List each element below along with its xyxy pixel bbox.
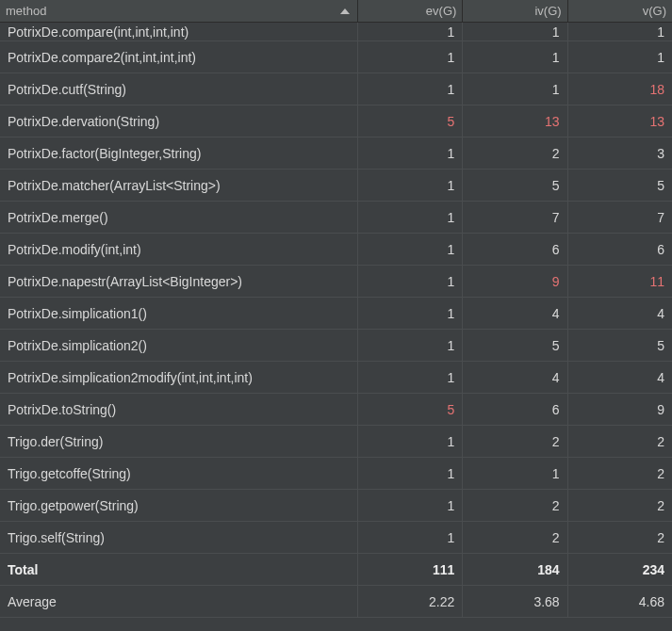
summary-v: 234	[568, 554, 672, 585]
cell-iv: 2	[463, 138, 567, 169]
cell-v: 6	[568, 234, 672, 265]
cell-iv: 2	[463, 490, 567, 521]
table-row[interactable]: Trigo.self(String)122	[0, 522, 672, 554]
metrics-table: method ev(G) iv(G) v(G) PotrixDe.compare…	[0, 0, 672, 618]
table-row[interactable]: PotrixDe.dervation(String)51313	[0, 105, 672, 138]
cell-v: 2	[568, 458, 672, 489]
cell-iv: 1	[463, 41, 567, 73]
cell-ev: 1	[358, 170, 463, 201]
cell-method: Trigo.getpower(String)	[0, 490, 358, 521]
cell-iv: 1	[463, 73, 567, 105]
summary-row: Total111184234	[0, 554, 672, 586]
column-header-label: v(G)	[643, 4, 666, 18]
table-row[interactable]: Trigo.der(String)122	[0, 426, 672, 458]
cell-iv: 9	[463, 266, 567, 297]
column-header-iv[interactable]: iv(G)	[463, 0, 567, 22]
cell-method: PotrixDe.compare(int,int,int,int)	[0, 23, 358, 40]
column-header-label: method	[6, 4, 46, 18]
cell-v: 9	[568, 394, 672, 425]
cell-v: 5	[568, 330, 672, 361]
cell-ev: 1	[358, 426, 463, 457]
cell-iv: 7	[463, 202, 567, 233]
column-header-label: iv(G)	[534, 4, 561, 18]
cell-ev: 5	[358, 105, 463, 137]
cell-ev: 5	[358, 394, 463, 425]
cell-method: Trigo.der(String)	[0, 426, 358, 457]
summary-label: Average	[0, 586, 358, 617]
cell-method: PotrixDe.cutf(String)	[0, 73, 358, 105]
cell-iv: 2	[463, 426, 567, 457]
summary-iv: 3.68	[463, 586, 567, 617]
cell-method: PotrixDe.merge()	[0, 202, 358, 233]
summary-iv: 184	[463, 554, 567, 585]
table-row[interactable]: Trigo.getpower(String)122	[0, 490, 672, 522]
cell-method: PotrixDe.napestr(ArrayList<BigInteger>)	[0, 266, 358, 297]
cell-iv: 1	[463, 23, 567, 40]
cell-iv: 5	[463, 170, 567, 201]
cell-ev: 1	[358, 202, 463, 233]
cell-iv: 2	[463, 522, 567, 553]
table-header: method ev(G) iv(G) v(G)	[0, 0, 672, 23]
table-row[interactable]: PotrixDe.napestr(ArrayList<BigInteger>)1…	[0, 266, 672, 298]
cell-method: PotrixDe.matcher(ArrayList<String>)	[0, 170, 358, 201]
table-row[interactable]: PotrixDe.compare(int,int,int,int)111	[0, 23, 672, 41]
cell-v: 11	[568, 266, 672, 297]
cell-v: 1	[568, 41, 672, 73]
table-row[interactable]: PotrixDe.compare2(int,int,int,int)111	[0, 41, 672, 73]
table-row[interactable]: PotrixDe.simplication2modify(int,int,int…	[0, 362, 672, 394]
column-header-ev[interactable]: ev(G)	[358, 0, 463, 22]
cell-ev: 1	[358, 490, 463, 521]
cell-v: 5	[568, 170, 672, 201]
cell-v: 7	[568, 202, 672, 233]
cell-v: 2	[568, 426, 672, 457]
sort-ascending-icon	[340, 8, 350, 14]
cell-ev: 1	[358, 234, 463, 265]
cell-ev: 1	[358, 330, 463, 361]
table-row[interactable]: PotrixDe.simplication1()144	[0, 298, 672, 330]
cell-v: 3	[568, 138, 672, 169]
table-row[interactable]: PotrixDe.merge()177	[0, 202, 672, 234]
cell-v: 4	[568, 362, 672, 393]
table-row[interactable]: PotrixDe.toString()569	[0, 394, 672, 426]
cell-v: 4	[568, 298, 672, 329]
summary-v: 4.68	[568, 586, 672, 617]
cell-ev: 1	[358, 458, 463, 489]
column-header-method[interactable]: method	[0, 0, 358, 22]
table-row[interactable]: PotrixDe.cutf(String)1118	[0, 73, 672, 105]
cell-v: 2	[568, 490, 672, 521]
cell-iv: 13	[463, 105, 567, 137]
cell-method: Trigo.self(String)	[0, 522, 358, 553]
table-row[interactable]: PotrixDe.modify(int,int)166	[0, 234, 672, 266]
cell-method: PotrixDe.modify(int,int)	[0, 234, 358, 265]
cell-iv: 5	[463, 330, 567, 361]
table-row[interactable]: Trigo.getcoffe(String)112	[0, 458, 672, 490]
column-header-v[interactable]: v(G)	[568, 0, 672, 22]
cell-ev: 1	[358, 138, 463, 169]
cell-v: 1	[568, 23, 672, 40]
table-row[interactable]: PotrixDe.factor(BigInteger,String)123	[0, 138, 672, 170]
cell-v: 18	[568, 73, 672, 105]
cell-ev: 1	[358, 266, 463, 297]
cell-ev: 1	[358, 362, 463, 393]
cell-method: PotrixDe.compare2(int,int,int,int)	[0, 41, 358, 73]
cell-iv: 6	[463, 234, 567, 265]
cell-method: PotrixDe.simplication1()	[0, 298, 358, 329]
cell-iv: 1	[463, 458, 567, 489]
cell-ev: 1	[358, 23, 463, 40]
cell-method: PotrixDe.simplication2modify(int,int,int…	[0, 362, 358, 393]
column-header-label: ev(G)	[426, 4, 457, 18]
summary-label: Total	[0, 554, 358, 585]
cell-method: PotrixDe.factor(BigInteger,String)	[0, 138, 358, 169]
cell-method: PotrixDe.simplication2()	[0, 330, 358, 361]
table-row[interactable]: PotrixDe.matcher(ArrayList<String>)155	[0, 170, 672, 202]
summary-ev: 2.22	[358, 586, 463, 617]
cell-ev: 1	[358, 298, 463, 329]
table-body: PotrixDe.compare(int,int,int,int)111Potr…	[0, 23, 672, 554]
table-row[interactable]: PotrixDe.simplication2()155	[0, 330, 672, 362]
cell-method: PotrixDe.toString()	[0, 394, 358, 425]
cell-method: PotrixDe.dervation(String)	[0, 105, 358, 137]
cell-method: Trigo.getcoffe(String)	[0, 458, 358, 489]
summary-row: Average2.223.684.68	[0, 586, 672, 618]
cell-ev: 1	[358, 522, 463, 553]
cell-ev: 1	[358, 41, 463, 73]
